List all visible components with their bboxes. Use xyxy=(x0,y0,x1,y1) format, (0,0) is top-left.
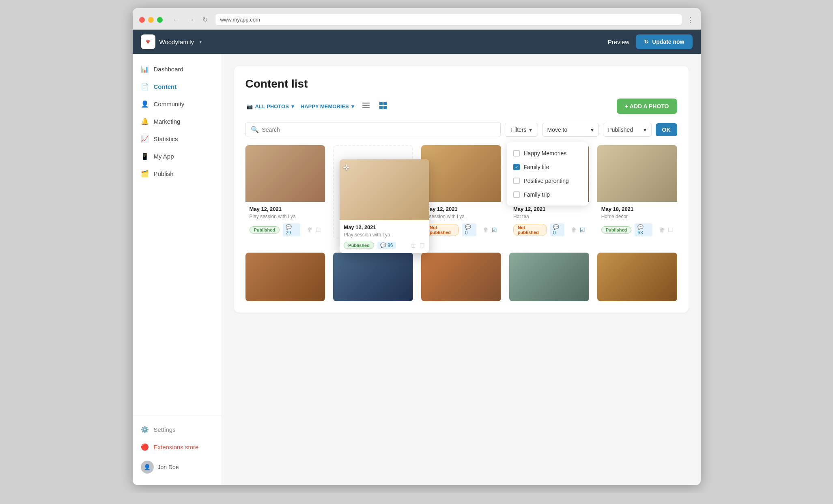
dropdown-item-label: Family trip xyxy=(524,191,550,198)
comment-count-1: 💬 29 xyxy=(283,223,300,236)
dropdown-item-label: Happy Memories xyxy=(524,150,567,157)
delete-icon-1[interactable]: 🗑 xyxy=(307,227,312,233)
sidebar-item-label: Marketing xyxy=(154,118,181,125)
move-to-dropdown[interactable]: Move to ▾ xyxy=(542,123,599,137)
happy-memories-label: HAPPY MEMORIES xyxy=(301,103,349,109)
sidebar-item-label: Settings xyxy=(154,426,176,433)
happy-memories-filter[interactable]: HAPPY MEMORIES ▾ xyxy=(300,102,355,111)
checkbox-5[interactable]: ☐ xyxy=(668,227,673,233)
sidebar-item-label: Extensions store xyxy=(154,444,199,450)
delete-icon-5[interactable]: 🗑 xyxy=(659,227,665,233)
photo-card-r2p2 xyxy=(333,253,413,301)
status-badge-5: Published xyxy=(601,226,632,234)
sidebar-item-publish[interactable]: 🗂️ Publish xyxy=(133,165,222,182)
preview-button[interactable]: Preview xyxy=(601,35,636,49)
svg-rect-1 xyxy=(362,105,370,106)
refresh-button[interactable]: ↻ xyxy=(200,14,210,25)
photo-footer-3: Not published 💬 0 🗑 ☑ xyxy=(425,223,497,236)
comment-count-2: 💬 96 xyxy=(377,242,396,249)
search-input[interactable] xyxy=(262,127,496,133)
checkbox-3[interactable]: ☑ xyxy=(492,227,497,233)
ok-button[interactable]: OK xyxy=(656,123,677,136)
checkbox-1[interactable]: ☐ xyxy=(316,227,321,233)
filter-row: 🔍 Filters ▾ Move to ▾ xyxy=(245,122,677,137)
delete-icon-2[interactable]: 🗑 xyxy=(411,242,416,249)
content-area: Content list 📷 ALL PHOTOS ▾ HAPPY MEMORI… xyxy=(222,54,701,485)
dropdown-item-family-trip[interactable]: Family trip xyxy=(507,188,588,202)
sidebar-item-community[interactable]: 👤 Community xyxy=(133,95,222,113)
sidebar-item-myapp[interactable]: 📱 My App xyxy=(133,148,222,165)
forward-button[interactable]: → xyxy=(185,15,197,25)
sidebar-item-statistics[interactable]: 📈 Statistics xyxy=(133,130,222,148)
checkbox-family-life[interactable]: ✓ xyxy=(513,164,520,170)
photo-date-2: May 12, 2021 xyxy=(344,224,425,230)
photo-card-r2p4 xyxy=(509,253,589,301)
dashboard-icon: 📊 xyxy=(141,65,149,73)
user-profile-item[interactable]: 👤 Jon Doe xyxy=(133,456,222,478)
sidebar-item-extensions[interactable]: 🔴 Extensions store xyxy=(133,438,222,456)
filters-arrow-icon: ▾ xyxy=(529,127,532,133)
delete-icon-3[interactable]: 🗑 xyxy=(483,227,489,233)
back-button[interactable]: ← xyxy=(171,15,182,25)
delete-icon-4[interactable]: 🗑 xyxy=(571,227,577,233)
sidebar-item-marketing[interactable]: 🔔 Marketing xyxy=(133,113,222,130)
address-bar[interactable]: www.myapp.com xyxy=(215,14,682,26)
photo-thumb-2-floating xyxy=(340,159,429,220)
published-dropdown[interactable]: Published ▾ xyxy=(603,123,652,137)
checkbox-family-trip[interactable] xyxy=(513,191,520,198)
update-now-button[interactable]: ↻ Update now xyxy=(636,34,692,49)
marketing-icon: 🔔 xyxy=(141,118,149,125)
content-card: Content list 📷 ALL PHOTOS ▾ HAPPY MEMORI… xyxy=(234,66,689,313)
checkbox-happy-memories[interactable] xyxy=(513,150,520,157)
svg-rect-3 xyxy=(379,102,383,105)
checkbox-positive-parenting[interactable] xyxy=(513,178,520,184)
close-window-button[interactable] xyxy=(139,17,145,23)
photo-thumb-r2p2 xyxy=(333,253,413,301)
photo-card-3: May 12, 2021 y session with Lya Not publ… xyxy=(421,145,501,240)
dropdown-item-family-life[interactable]: ✓ Family life xyxy=(507,160,588,174)
filters-button[interactable]: Filters ▾ xyxy=(505,123,538,137)
drag-handle-icon[interactable]: ✛ xyxy=(343,163,350,172)
maximize-window-button[interactable] xyxy=(157,17,163,23)
browser-nav: ← → ↻ xyxy=(171,14,210,25)
sidebar-item-label: Community xyxy=(154,101,185,107)
photo-footer-5: Published 💬 63 🗑 ☐ xyxy=(601,223,673,236)
sidebar-bottom: ⚙️ Settings 🔴 Extensions store 👤 Jon Doe xyxy=(133,416,222,478)
photo-thumb-5 xyxy=(597,145,677,202)
dropdown-item-happy-memories[interactable]: Happy Memories xyxy=(507,146,588,160)
dropdown-item-label: Family life xyxy=(524,164,549,170)
svg-rect-0 xyxy=(362,103,370,104)
photo-card-2-floating[interactable]: ✛ May 12, 2021 Play session with Lya Pub… xyxy=(340,159,429,253)
dropdown-item-positive-parenting[interactable]: Positive parenting xyxy=(507,174,588,188)
photo-caption-5: Home decor xyxy=(601,214,673,219)
sidebar-item-dashboard[interactable]: 📊 Dashboard xyxy=(133,60,222,78)
sidebar-item-label: Content xyxy=(154,83,177,90)
minimize-window-button[interactable] xyxy=(148,17,154,23)
avatar: 👤 xyxy=(141,461,154,474)
photo-thumb-r2p3 xyxy=(421,253,501,301)
sidebar-item-content[interactable]: 📄 Content xyxy=(133,78,222,95)
list-view-button[interactable] xyxy=(360,100,372,113)
publish-icon: 🗂️ xyxy=(141,170,149,178)
photo-date-1: May 12, 2021 xyxy=(250,206,321,212)
photo-thumb-r2p5 xyxy=(597,253,677,301)
checkbox-4[interactable]: ☑ xyxy=(580,227,585,233)
checkbox-2[interactable]: ☐ xyxy=(420,242,425,249)
status-badge-2: Published xyxy=(344,242,374,249)
sidebar-item-label: My App xyxy=(154,153,174,160)
brand[interactable]: ♥ Woodyfamily ▾ xyxy=(141,34,202,49)
photo-info-5: May 18, 2021 Home decor Published 💬 63 🗑… xyxy=(597,202,677,240)
add-photo-button[interactable]: + ADD A PHOTO xyxy=(617,99,677,114)
svg-rect-4 xyxy=(383,102,387,105)
all-photos-filter[interactable]: 📷 ALL PHOTOS ▾ xyxy=(245,102,295,111)
browser-window: ← → ↻ www.myapp.com ⋮ ♥ Woodyfamily ▾ Pr… xyxy=(133,8,701,485)
browser-menu-icon[interactable]: ⋮ xyxy=(687,15,694,24)
svg-rect-6 xyxy=(383,106,387,109)
sidebar-item-label: Dashboard xyxy=(154,66,183,73)
comment-count-5: 💬 63 xyxy=(635,223,652,236)
update-label: Update now xyxy=(652,39,684,45)
photo-card-r2p1 xyxy=(245,253,325,301)
sidebar-item-settings[interactable]: ⚙️ Settings xyxy=(133,421,222,438)
grid-view-button[interactable] xyxy=(377,100,389,113)
status-badge-4: Not published xyxy=(513,224,547,236)
